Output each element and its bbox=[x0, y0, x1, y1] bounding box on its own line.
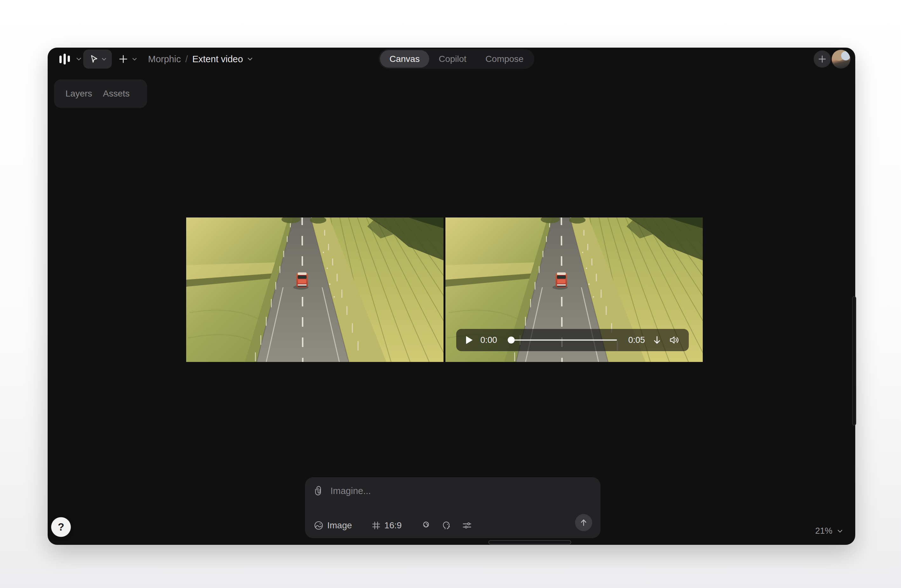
aspect-ratio-label: 16:9 bbox=[384, 520, 402, 530]
chevron-down-icon bbox=[132, 58, 137, 61]
tab-canvas[interactable]: Canvas bbox=[380, 50, 429, 68]
download-button[interactable] bbox=[653, 335, 661, 345]
tab-compose[interactable]: Compose bbox=[476, 50, 533, 68]
plus-icon bbox=[118, 54, 128, 64]
volume-icon bbox=[669, 336, 679, 344]
prompt-input[interactable] bbox=[330, 486, 553, 496]
breadcrumb-separator: / bbox=[185, 54, 188, 64]
canvas-image-source-frame[interactable] bbox=[186, 218, 444, 362]
head-profile-icon bbox=[442, 521, 451, 530]
seek-bar[interactable] bbox=[508, 339, 617, 341]
morphic-logo-icon bbox=[58, 52, 72, 66]
app-menu-button[interactable] bbox=[58, 52, 81, 66]
breadcrumb-project[interactable]: Morphic bbox=[148, 54, 181, 64]
canvas-video-extended[interactable]: 0:00 0:05 bbox=[446, 218, 703, 362]
attachment-icon[interactable] bbox=[314, 485, 323, 496]
image-icon bbox=[314, 521, 323, 530]
prompt-input-row bbox=[314, 485, 587, 496]
current-time: 0:00 bbox=[480, 335, 501, 345]
output-type-selector[interactable]: Image bbox=[314, 520, 352, 530]
mode-tabs: Canvas Copilot Compose bbox=[379, 49, 535, 69]
prompt-options-row: Image 16:9 bbox=[314, 520, 472, 530]
select-tool-button[interactable] bbox=[83, 50, 112, 68]
arrow-up-icon bbox=[580, 518, 588, 527]
chevron-down-icon bbox=[837, 530, 843, 533]
sliders-icon bbox=[462, 521, 472, 530]
plus-icon bbox=[818, 54, 827, 64]
submit-prompt-button[interactable] bbox=[575, 514, 592, 531]
zoom-level-value: 21% bbox=[815, 526, 832, 536]
insert-object-button[interactable] bbox=[118, 50, 137, 68]
layers-assets-panel: Layers Assets bbox=[54, 79, 147, 108]
zoom-control[interactable]: 21% bbox=[815, 526, 843, 536]
aspect-ratio-selector[interactable]: 16:9 bbox=[372, 520, 402, 530]
app-canvas: Morphic / Extent video Canvas Copilot Co… bbox=[48, 48, 855, 545]
swirl-knot-icon bbox=[421, 521, 431, 530]
panel-tab-assets[interactable]: Assets bbox=[103, 89, 129, 99]
download-icon bbox=[653, 335, 661, 345]
chevron-down-icon bbox=[76, 58, 81, 61]
breadcrumb: Morphic / Extent video bbox=[148, 50, 253, 68]
prompt-bar: Image 16:9 bbox=[305, 477, 600, 538]
top-toolbar: Morphic / Extent video Canvas Copilot Co… bbox=[48, 48, 855, 71]
seek-thumb[interactable] bbox=[508, 336, 515, 344]
cursor-icon bbox=[89, 54, 98, 64]
help-button[interactable]: ? bbox=[51, 517, 71, 537]
generation-settings-button[interactable] bbox=[462, 521, 472, 530]
play-button[interactable] bbox=[466, 336, 473, 344]
horizontal-scrollbar[interactable] bbox=[488, 540, 571, 544]
vertical-scrollbar[interactable] bbox=[852, 296, 856, 425]
character-reference-button[interactable] bbox=[442, 521, 451, 530]
road-scene-image bbox=[186, 218, 444, 362]
chevron-down-icon bbox=[102, 58, 106, 61]
duration: 0:05 bbox=[625, 335, 645, 345]
breadcrumb-current-page[interactable]: Extent video bbox=[192, 54, 243, 64]
user-avatar[interactable] bbox=[831, 50, 851, 68]
chevron-down-icon[interactable] bbox=[248, 58, 253, 61]
tab-copilot[interactable]: Copilot bbox=[429, 50, 476, 68]
video-player-controls: 0:00 0:05 bbox=[456, 329, 689, 351]
panel-tab-layers[interactable]: Layers bbox=[65, 89, 92, 99]
invite-add-button[interactable] bbox=[814, 50, 831, 68]
aspect-ratio-icon bbox=[372, 521, 380, 530]
play-icon bbox=[466, 336, 473, 344]
volume-button[interactable] bbox=[669, 336, 679, 344]
output-type-label: Image bbox=[327, 520, 352, 530]
model-selector-button[interactable] bbox=[421, 521, 431, 530]
